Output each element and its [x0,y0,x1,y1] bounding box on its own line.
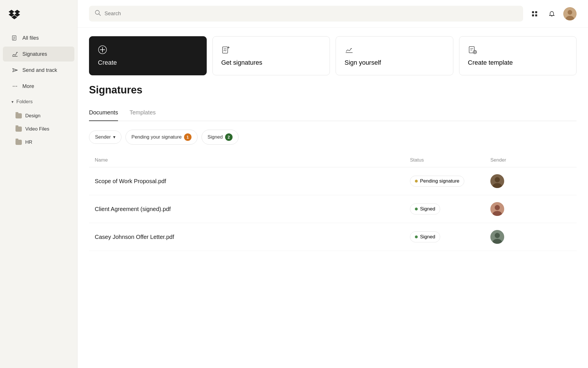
pending-signature-filter-button[interactable]: Pending your signature 1 [125,130,198,145]
status-badge: Signed [410,231,490,242]
svg-rect-18 [532,14,534,16]
signatures-icon [11,51,18,57]
files-icon [11,34,18,41]
tab-documents[interactable]: Documents [89,105,118,121]
svg-rect-16 [532,11,534,13]
status-dot-signed [415,235,418,238]
header [78,0,588,28]
user-avatar[interactable] [563,7,577,20]
sender-filter-button[interactable]: Sender [89,131,121,144]
create-button[interactable]: Create [89,36,207,75]
header-icons [529,7,577,20]
bell-icon[interactable] [546,8,558,20]
status-text: Signed [420,206,435,212]
status-text: Signed [420,234,435,240]
table-row[interactable]: Client Agreement (signed).pdf Signed [89,195,577,223]
sign-yourself-label: Sign yourself [345,59,444,66]
search-bar[interactable] [89,6,523,22]
send-icon [11,67,18,74]
status-badge: Pending signature [410,176,490,187]
sidebar-item-signatures[interactable]: Signatures [3,47,74,62]
sidebar-folder-video-files[interactable]: Video Files [3,123,74,135]
sidebar-item-label-more: More [22,83,34,89]
get-signatures-label: Get signatures [221,59,321,66]
folder-label-video-files: Video Files [25,126,49,132]
svg-rect-26 [223,47,228,53]
signed-filter-button[interactable]: Signed 2 [202,130,239,145]
svg-point-42 [495,233,500,238]
svg-rect-19 [535,14,537,16]
template-create-icon [468,45,568,54]
sender-avatar [490,174,504,188]
more-icon [11,83,18,90]
avatar-image [490,202,504,216]
folder-label-design: Design [25,113,40,119]
signature-request-icon [221,45,321,54]
tab-templates[interactable]: Templates [129,105,156,121]
folder-label-hr: HR [25,139,32,145]
page-title: Signatures [89,84,577,96]
svg-line-15 [99,14,101,16]
sidebar-folder-design[interactable]: Design [3,110,74,122]
sidebar-item-all-files[interactable]: All files [3,30,74,45]
folder-icon [16,140,22,145]
content-area: Signatures Documents Templates Sender Pe… [78,84,588,368]
status-text: Pending signature [420,178,459,184]
folders-label: Folders [16,99,33,105]
folders-section-header[interactable]: ▾ Folders [3,95,74,109]
avatar-image [490,230,504,244]
pending-count-badge: 1 [184,133,192,141]
table-row[interactable]: Casey Johnson Offer Letter.pdf Signed [89,223,577,251]
search-input[interactable] [105,11,517,17]
column-header-name: Name [95,157,410,163]
svg-point-39 [495,205,500,210]
create-template-label: Create template [468,59,568,66]
search-icon [95,10,101,18]
sidebar-folder-hr[interactable]: HR [3,136,74,149]
sender-avatar [490,202,504,216]
folder-icon [16,126,22,132]
signed-label: Signed [208,134,223,140]
table-header: Name Status Sender [89,153,577,167]
logo[interactable] [0,6,77,30]
sidebar-item-more[interactable]: More [3,79,74,94]
avatar-image [563,7,577,20]
status-dot-pending [415,180,418,183]
sidebar-item-send-and-track[interactable]: Send and track [3,63,74,78]
sign-yourself-button[interactable]: Sign yourself [336,36,453,75]
column-header-sender: Sender [490,157,571,163]
sidebar-item-label-signatures: Signatures [22,51,47,57]
file-name: Casey Johnson Offer Letter.pdf [95,234,410,240]
status-dot-signed [415,208,418,210]
status-badge: Signed [410,204,490,214]
svg-point-13 [16,86,17,87]
sidebar: All files Signatures Send and track [0,0,78,368]
create-template-button[interactable]: Create template [459,36,577,75]
svg-point-36 [495,177,500,182]
documents-table: Name Status Sender Scope of Work Proposa… [89,153,577,251]
main-content: Create Get signatures [78,0,588,368]
file-name: Scope of Work Proposal.pdf [95,178,410,185]
chevron-down-icon: ▾ [11,99,13,104]
column-header-status: Status [410,157,490,163]
quick-actions: Create Get signatures [78,28,588,84]
sign-self-icon [345,45,444,54]
chevron-down-icon [113,134,115,140]
create-label: Create [98,59,198,66]
get-signatures-button[interactable]: Get signatures [212,36,330,75]
svg-point-12 [15,86,16,87]
sender-avatar [490,230,504,244]
sender-filter-label: Sender [95,134,111,140]
filters: Sender Pending your signature 1 Signed 2 [89,130,577,145]
file-name: Client Agreement (signed).pdf [95,206,410,212]
plus-icon [98,45,198,54]
avatar-image [490,174,504,188]
grid-icon[interactable] [529,8,540,20]
folder-icon [16,113,22,118]
table-row[interactable]: Scope of Work Proposal.pdf Pending signa… [89,167,577,195]
sidebar-item-label-all-files: All files [22,35,39,41]
dropbox-logo-icon [9,9,20,20]
signed-count-badge: 2 [225,133,233,141]
svg-point-11 [13,86,14,87]
svg-rect-17 [535,11,537,13]
